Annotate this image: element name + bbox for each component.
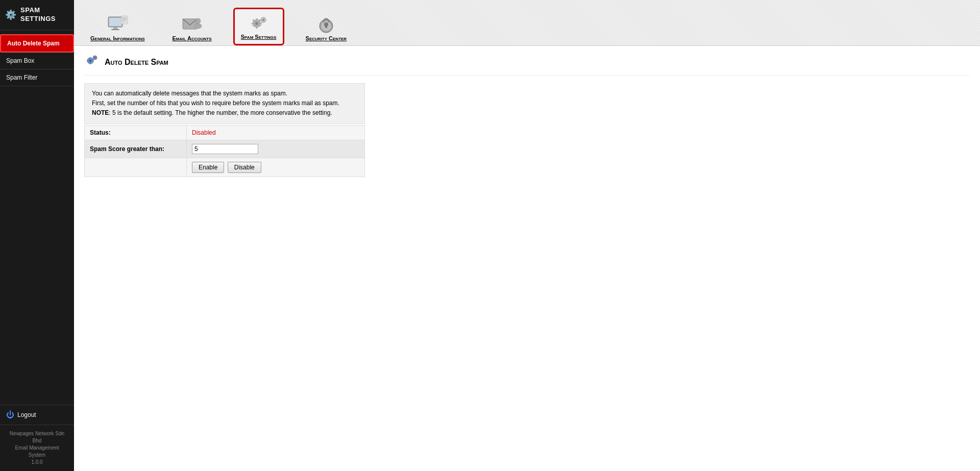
company-version: 1.0.0	[31, 459, 42, 465]
svg-rect-26	[265, 19, 266, 21]
tab-email-accounts-label: Email Accounts	[173, 35, 212, 41]
spam-score-value-cell	[187, 140, 365, 158]
svg-rect-23	[262, 17, 264, 18]
svg-rect-2	[113, 27, 117, 29]
company-system: Email Management System	[15, 445, 59, 458]
action-label-cell	[85, 158, 187, 177]
disable-button[interactable]: Disable	[228, 162, 261, 173]
gear-icon: ⚙️	[5, 9, 16, 20]
logout-area: ⏻ Logout	[0, 405, 74, 425]
svg-rect-14	[256, 27, 258, 29]
tab-general-informations-label: General Informations	[90, 35, 145, 41]
svg-rect-24	[262, 21, 264, 23]
page-header-icon	[84, 54, 100, 71]
svg-point-38	[94, 57, 96, 59]
top-nav: General Informations Email Accounts	[74, 0, 980, 46]
info-note-text: : 5 is the default setting. The higher t…	[109, 109, 332, 116]
svg-rect-25	[260, 19, 262, 21]
svg-point-32	[89, 60, 92, 62]
info-line2: First, set the number of hits that you w…	[92, 98, 357, 108]
tab-general-informations[interactable]: General Informations	[84, 11, 151, 45]
power-icon: ⏻	[6, 410, 14, 419]
sidebar-item-spam-filter[interactable]: Spam Filter	[0, 69, 74, 86]
svg-rect-35	[87, 60, 88, 62]
svg-point-22	[262, 19, 264, 21]
svg-rect-15	[252, 22, 254, 24]
svg-rect-34	[90, 63, 91, 64]
general-info-icon	[106, 15, 129, 35]
info-box: You can automatically delete messages th…	[84, 83, 365, 124]
svg-rect-3	[111, 29, 119, 30]
sidebar-company-info: Newpages Network Sdn Bhd Email Managemen…	[0, 425, 74, 471]
tab-spam-settings[interactable]: Spam Settings	[233, 8, 284, 45]
action-row: Enable Disable	[85, 158, 365, 177]
page-title: Auto Delete Spam	[105, 58, 168, 67]
status-row: Status: Disabled	[85, 125, 365, 140]
spam-score-input[interactable]	[192, 144, 258, 154]
status-value-cell: Disabled	[187, 125, 365, 140]
tab-security-center-label: Security Center	[306, 35, 347, 41]
sidebar-header: ⚙️ SPAMSETTINGS	[0, 0, 74, 30]
tab-spam-settings-label: Spam Settings	[241, 34, 277, 40]
spam-score-label: Spam Score greater than:	[85, 140, 187, 158]
info-line1: You can automatically delete messages th…	[92, 89, 357, 98]
svg-point-9	[195, 18, 201, 23]
tab-security-center[interactable]: Security Center	[300, 11, 353, 45]
svg-rect-1	[109, 18, 121, 26]
logout-button[interactable]: ⏻ Logout	[6, 410, 68, 419]
svg-rect-13	[256, 18, 258, 20]
sidebar-item-auto-delete-spam[interactable]: Auto Delete Spam	[0, 34, 74, 53]
tab-email-accounts[interactable]: Email Accounts	[166, 11, 218, 45]
info-note-bold: NOTE	[92, 109, 109, 116]
security-center-icon	[315, 15, 337, 35]
svg-rect-30	[325, 25, 327, 28]
sidebar-item-spam-box[interactable]: Spam Box	[0, 53, 74, 69]
enable-button[interactable]: Enable	[192, 162, 224, 173]
email-accounts-icon	[181, 15, 203, 35]
svg-rect-4	[121, 16, 128, 24]
svg-rect-33	[90, 57, 91, 59]
status-value: Disabled	[192, 129, 216, 136]
info-note: NOTE: 5 is the default setting. The high…	[92, 108, 357, 118]
svg-rect-16	[260, 22, 262, 24]
status-label: Status:	[85, 125, 187, 140]
page-content: Auto Delete Spam You can automatically d…	[74, 46, 980, 471]
sidebar-title: SPAMSETTINGS	[20, 6, 56, 23]
settings-table: Status: Disabled Spam Score greater than…	[84, 125, 365, 177]
main-content: General Informations Email Accounts	[74, 0, 980, 471]
svg-point-10	[194, 23, 202, 29]
sidebar: ⚙️ SPAMSETTINGS Auto Delete Spam Spam Bo…	[0, 0, 74, 471]
spam-settings-icon	[248, 13, 270, 34]
sidebar-nav: Auto Delete Spam Spam Box Spam Filter	[0, 30, 74, 219]
company-name: Newpages Network Sdn Bhd	[10, 431, 64, 443]
svg-point-12	[255, 22, 258, 25]
action-buttons-cell: Enable Disable	[187, 158, 365, 177]
svg-rect-36	[92, 60, 94, 62]
spam-score-row: Spam Score greater than:	[85, 140, 365, 158]
logout-label: Logout	[17, 411, 36, 418]
page-header: Auto Delete Spam	[84, 54, 970, 76]
